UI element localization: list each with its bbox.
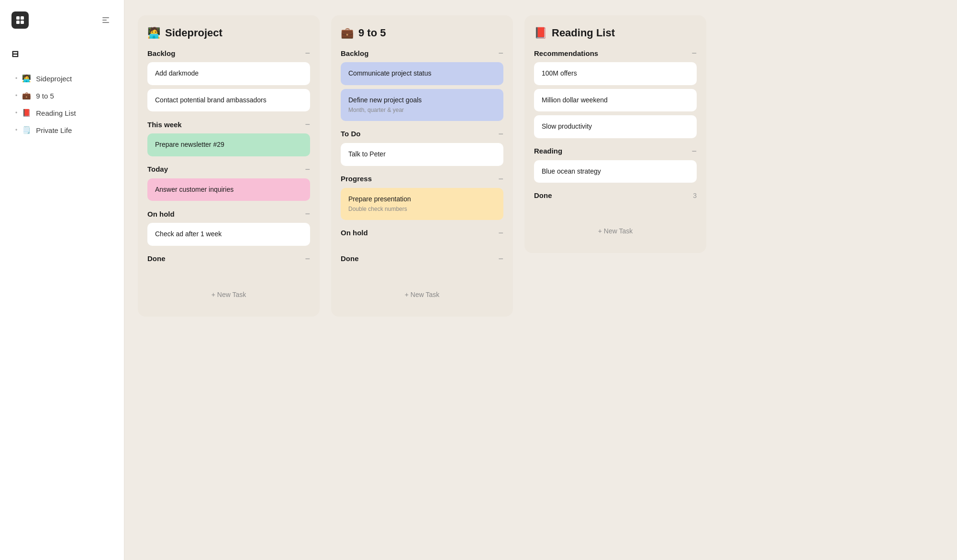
section-header: Done − [147,254,310,263]
section-header: On hold − [147,209,310,218]
masterboard-icon: ⊟ [11,49,19,59]
column-readinglist: 📕 Reading List Recommendations − 100M of… [524,15,706,253]
task-card-t1[interactable]: Add darkmode [147,62,310,85]
empty-section-spacer [534,204,697,208]
task-card-t11[interactable]: Million dollar weekend [534,89,697,112]
section-title: On hold [341,229,368,237]
new-task-label: + New Task [598,227,633,235]
task-text: Communicate project status [348,69,432,77]
sidebar: ⊟ • 🧑‍💻 Sideproject • 💼 9 to 5 • 📕 Readi… [0,0,124,560]
new-task-button-9to5[interactable]: + New Task [341,284,503,305]
section-header: Progress − [341,175,503,183]
task-card-t3[interactable]: Prepare newsletter #29 [147,133,310,156]
svg-rect-1 [21,16,24,20]
section-today-sideproject: Today − Answer customer inquiries [147,165,310,201]
section-title: On hold [147,210,175,218]
task-subtitle: Double check numbers [348,205,496,213]
nav-label: 9 to 5 [36,92,54,100]
section-collapse-button[interactable]: − [498,49,503,57]
section-collapse-button[interactable]: − [498,254,503,263]
section-collapse-button[interactable]: − [691,49,697,57]
section-collapse-button[interactable]: − [691,147,697,155]
svg-rect-2 [16,21,20,24]
section-title: To Do [341,130,360,138]
new-task-button-sideproject[interactable]: + New Task [147,284,310,305]
svg-rect-0 [16,16,20,20]
section-collapse-button[interactable]: − [305,49,310,57]
nav-emoji: 🗒️ [22,126,31,134]
task-subtitle: Month, quarter & year [348,106,496,114]
task-text: 100M offers [542,69,577,77]
section-header: Done 3 [534,191,697,199]
column-emoji: 📕 [534,27,547,39]
section-title: Done [147,254,166,263]
task-text: Check ad after 1 week [155,230,222,238]
section-header: Reading − [534,147,697,155]
column-9to5: 💼 9 to 5 Backlog − Communicate project s… [331,15,513,317]
section-done-readinglist: Done 3 [534,191,697,208]
column-title: 9 to 5 [358,27,386,39]
sidebar-nav: • 🧑‍💻 Sideproject • 💼 9 to 5 • 📕 Reading… [0,70,124,139]
section-header: This week − [147,120,310,129]
section-reading-readinglist: Reading − Blue ocean strategy [534,147,697,183]
section-collapse-button[interactable]: − [305,209,310,218]
new-task-label: + New Task [405,291,440,298]
nav-emoji: 🧑‍💻 [22,74,31,83]
app-logo-icon [11,11,29,29]
section-on-hold-sideproject: On hold − Check ad after 1 week [147,209,310,246]
section-header: Backlog − [147,49,310,57]
empty-section-spacer [341,242,503,246]
logo-area [0,11,124,44]
section-header: Recommendations − [534,49,697,57]
task-card-t12[interactable]: Slow productivity [534,115,697,138]
section-header: Today − [147,165,310,174]
section-title: This week [147,121,182,129]
section-collapse-button[interactable]: − [498,175,503,183]
section-title: Backlog [147,49,175,57]
sidebar-toggle-button[interactable] [99,13,112,27]
section-collapse-button[interactable]: − [498,130,503,138]
section-collapse-button[interactable]: − [498,229,503,237]
masterboard-nav-item[interactable]: ⊟ [0,44,124,64]
section-collapse-button[interactable]: − [305,120,310,129]
section-header: Backlog − [341,49,503,57]
column-header-9to5: 💼 9 to 5 [341,27,503,39]
task-card-t7[interactable]: Define new project goalsMonth, quarter &… [341,89,503,121]
section-done-9to5: Done − [341,254,503,272]
sidebar-item-readinglist[interactable]: • 📕 Reading List [0,104,124,121]
task-card-t4[interactable]: Answer customer inquiries [147,178,310,201]
svg-rect-5 [102,20,107,21]
main-board: 🧑‍💻 Sideproject Backlog − Add darkmodeCo… [124,0,957,560]
task-card-t9[interactable]: Prepare presentationDouble check numbers [341,188,503,220]
new-task-button-readinglist[interactable]: + New Task [534,220,697,242]
section-collapse-button[interactable]: − [305,254,310,263]
task-text: Add darkmode [155,69,199,77]
sidebar-item-9to5[interactable]: • 💼 9 to 5 [0,87,124,104]
task-text: Prepare presentation [348,195,411,203]
section-todo-9to5: To Do − Talk to Peter [341,130,503,166]
column-sideproject: 🧑‍💻 Sideproject Backlog − Add darkmodeCo… [138,15,320,317]
svg-rect-3 [21,21,24,24]
nav-bullet: • [15,92,17,99]
section-collapse-button[interactable]: − [305,165,310,174]
task-card-t5[interactable]: Check ad after 1 week [147,223,310,246]
section-title: Done [534,191,552,199]
section-title: Backlog [341,49,368,57]
task-card-t13[interactable]: Blue ocean strategy [534,160,697,183]
section-header: Done − [341,254,503,263]
task-card-t10[interactable]: 100M offers [534,62,697,85]
section-title: Progress [341,175,372,183]
sidebar-item-sideproject[interactable]: • 🧑‍💻 Sideproject [0,70,124,87]
sidebar-item-privatelife[interactable]: • 🗒️ Private Life [0,121,124,139]
nav-bullet: • [15,127,17,133]
task-card-t2[interactable]: Contact potential brand ambassadors [147,89,310,112]
svg-rect-4 [102,17,109,18]
task-text: Prepare newsletter #29 [155,141,224,148]
nav-label: Private Life [36,126,72,134]
task-card-t6[interactable]: Communicate project status [341,62,503,85]
column-title: Sideproject [165,27,223,39]
nav-label: Reading List [36,109,76,117]
task-card-t8[interactable]: Talk to Peter [341,143,503,166]
column-emoji: 🧑‍💻 [147,27,160,39]
section-on-hold-9to5: On hold − [341,229,503,246]
